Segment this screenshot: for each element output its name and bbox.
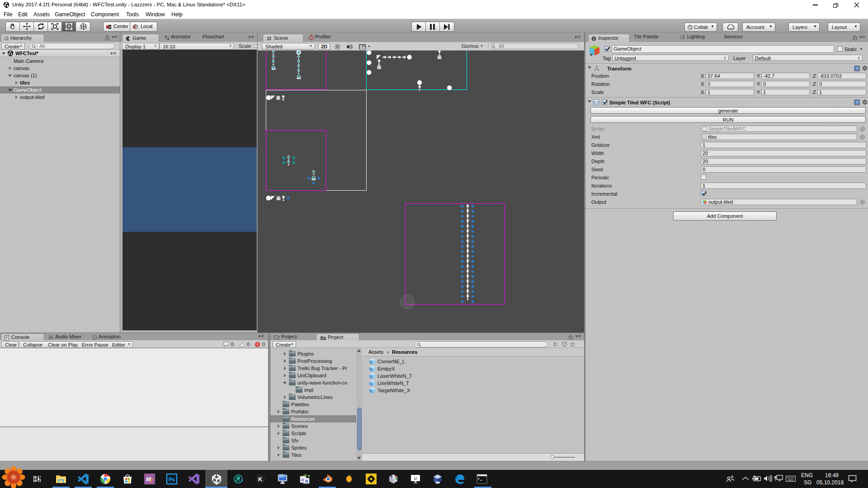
svg-text:C:\: C:\	[478, 475, 481, 477]
svg-text:C#: C#	[594, 100, 599, 105]
svg-text:2: 2	[150, 478, 153, 483]
svg-text:Ps: Ps	[169, 477, 175, 482]
svg-text:?: ?	[856, 100, 858, 105]
svg-text:?: ?	[856, 66, 858, 71]
svg-text:!: !	[226, 343, 227, 346]
svg-text:K: K	[258, 476, 263, 483]
svg-text:A: A	[301, 478, 304, 482]
svg-text:B: B	[305, 479, 308, 483]
